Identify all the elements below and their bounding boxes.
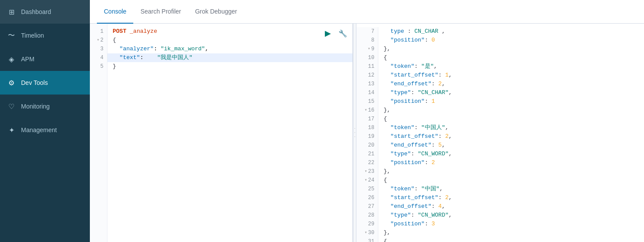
out-line-11: "token": "是", bbox=[378, 62, 644, 71]
out-line-30: }, bbox=[378, 228, 644, 237]
out-lnum-13: 13 bbox=[356, 80, 378, 88]
out-lnum-21: 21 bbox=[356, 150, 378, 158]
line-num-2: ▾2 bbox=[90, 36, 107, 45]
out-line-14: "type": "CN_CHAR", bbox=[378, 88, 644, 97]
sidebar-item-label: APM bbox=[21, 56, 34, 63]
line-num-3: 3 bbox=[90, 45, 107, 53]
out-line-17: { bbox=[378, 115, 644, 123]
out-lnum-15: 15 bbox=[356, 97, 378, 106]
sidebar-item-label: Monitoring bbox=[21, 103, 50, 110]
sidebar-item-management[interactable]: ✦ Management bbox=[0, 118, 90, 142]
out-line-27: "end_offset": 4, bbox=[378, 202, 644, 211]
out-line-18: "token": "中国人", bbox=[378, 123, 644, 132]
sidebar: ⊞ Dashboard 〜 Timelion ◈ APM ⚙ Dev Tools… bbox=[0, 0, 90, 242]
out-line-12: "start_offset": 1, bbox=[378, 71, 644, 80]
output-panel: 7 8 ▾9 10 11 12 13 14 15 ▾16 17 18 19 20… bbox=[356, 24, 644, 242]
output-line-numbers: 7 8 ▾9 10 11 12 13 14 15 ▾16 17 18 19 20… bbox=[356, 27, 378, 242]
out-lnum-27: 27 bbox=[356, 202, 378, 211]
timelion-icon: 〜 bbox=[7, 31, 16, 40]
out-lnum-19: 19 bbox=[356, 132, 378, 141]
out-line-10: { bbox=[378, 53, 644, 62]
editor-toolbar: ▶ 🔧 bbox=[322, 27, 349, 39]
out-lnum-12: 12 bbox=[356, 71, 378, 80]
sidebar-item-label: Dashboard bbox=[21, 8, 51, 15]
out-line-13: "end_offset": 2, bbox=[378, 80, 644, 88]
settings-button[interactable]: 🔧 bbox=[337, 27, 349, 39]
out-line-8: "position": 0 bbox=[378, 36, 644, 45]
out-lnum-30: ▾30 bbox=[356, 228, 378, 237]
code-lines: 1 ▾2 3 4 5 POST _analyze { "analyzer": "… bbox=[90, 24, 352, 242]
out-lnum-16: ▾16 bbox=[356, 106, 378, 115]
out-line-28: "type": "CN_WORD", bbox=[378, 211, 644, 220]
tab-search-profiler[interactable]: Search Profiler bbox=[133, 0, 188, 24]
code-line-3: "analyzer": "ik_max_word", bbox=[107, 45, 352, 53]
line-numbers: 1 ▾2 3 4 5 bbox=[90, 24, 107, 242]
out-lnum-14: 14 bbox=[356, 88, 378, 97]
out-lnum-9: ▾9 bbox=[356, 45, 378, 53]
apm-icon: ◈ bbox=[7, 55, 16, 63]
sidebar-item-devtools[interactable]: ⚙ Dev Tools bbox=[0, 71, 90, 95]
run-button[interactable]: ▶ bbox=[322, 27, 334, 39]
main-content: Console Search Profiler Grok Debugger ▶ … bbox=[90, 0, 644, 242]
out-line-24: { bbox=[378, 176, 644, 185]
out-line-19: "start_offset": 2, bbox=[378, 132, 644, 141]
out-line-21: "type": "CN_WORD", bbox=[378, 150, 644, 158]
line-num-1: 1 bbox=[90, 27, 107, 36]
tab-grok-debugger[interactable]: Grok Debugger bbox=[188, 0, 244, 24]
out-line-25: "token": "中国", bbox=[378, 185, 644, 193]
out-lnum-25: 25 bbox=[356, 185, 378, 193]
out-lnum-24: ▾24 bbox=[356, 176, 378, 185]
out-lnum-17: 17 bbox=[356, 115, 378, 123]
code-line-4: "text": "我是中国人" bbox=[107, 53, 352, 62]
code-line-5: } bbox=[107, 62, 352, 71]
monitoring-icon: ♡ bbox=[7, 102, 16, 111]
out-line-29: "position": 3 bbox=[378, 220, 644, 228]
code-editor[interactable]: ▶ 🔧 1 ▾2 3 4 5 POST _analyze { "analyzer… bbox=[90, 24, 353, 242]
sidebar-item-label: Management bbox=[21, 126, 57, 133]
out-lnum-26: 26 bbox=[356, 193, 378, 202]
out-line-31: { bbox=[378, 237, 644, 242]
out-lnum-7: 7 bbox=[356, 27, 378, 36]
out-line-16: }, bbox=[378, 106, 644, 115]
out-lnum-31: 31 bbox=[356, 237, 378, 242]
output-content: type : CN_CHAR , "position": 0 }, { "tok… bbox=[378, 27, 644, 242]
out-line-15: "position": 1 bbox=[378, 97, 644, 106]
sidebar-item-monitoring[interactable]: ♡ Monitoring bbox=[0, 95, 90, 118]
dashboard-icon: ⊞ bbox=[7, 7, 16, 16]
out-lnum-28: 28 bbox=[356, 211, 378, 220]
sidebar-item-label: Dev Tools bbox=[21, 79, 48, 86]
devtools-icon: ⚙ bbox=[7, 78, 16, 87]
out-line-26: "start_offset": 2, bbox=[378, 193, 644, 202]
out-lnum-18: 18 bbox=[356, 123, 378, 132]
sidebar-item-label: Timelion bbox=[21, 32, 44, 39]
sidebar-item-apm[interactable]: ◈ APM bbox=[0, 47, 90, 71]
out-lnum-29: 29 bbox=[356, 220, 378, 228]
code-content[interactable]: POST _analyze { "analyzer": "ik_max_word… bbox=[107, 24, 352, 242]
tab-console[interactable]: Console bbox=[97, 0, 133, 24]
tab-bar: Console Search Profiler Grok Debugger bbox=[90, 0, 644, 24]
out-lnum-20: 20 bbox=[356, 141, 378, 150]
out-line-23: }, bbox=[378, 167, 644, 176]
code-line-1: POST _analyze bbox=[107, 27, 352, 36]
management-icon: ✦ bbox=[7, 126, 16, 134]
out-line-7: type : CN_CHAR , bbox=[378, 27, 644, 36]
out-line-20: "end_offset": 5, bbox=[378, 141, 644, 150]
line-num-5: 5 bbox=[90, 62, 107, 71]
editor-container: ▶ 🔧 1 ▾2 3 4 5 POST _analyze { "analyzer… bbox=[90, 24, 644, 242]
output-lines: 7 8 ▾9 10 11 12 13 14 15 ▾16 17 18 19 20… bbox=[356, 24, 644, 242]
code-line-2: { bbox=[107, 36, 352, 45]
panel-divider[interactable]: · · · bbox=[353, 24, 356, 242]
out-lnum-22: 22 bbox=[356, 158, 378, 167]
out-line-22: "position": 2 bbox=[378, 158, 644, 167]
out-lnum-8: 8 bbox=[356, 36, 378, 45]
out-line-9: }, bbox=[378, 45, 644, 53]
line-num-4: 4 bbox=[90, 53, 107, 62]
sidebar-item-dashboard[interactable]: ⊞ Dashboard bbox=[0, 0, 90, 24]
out-lnum-23: ▾23 bbox=[356, 167, 378, 176]
sidebar-item-timelion[interactable]: 〜 Timelion bbox=[0, 24, 90, 47]
out-lnum-10: 10 bbox=[356, 53, 378, 62]
out-lnum-11: 11 bbox=[356, 62, 378, 71]
